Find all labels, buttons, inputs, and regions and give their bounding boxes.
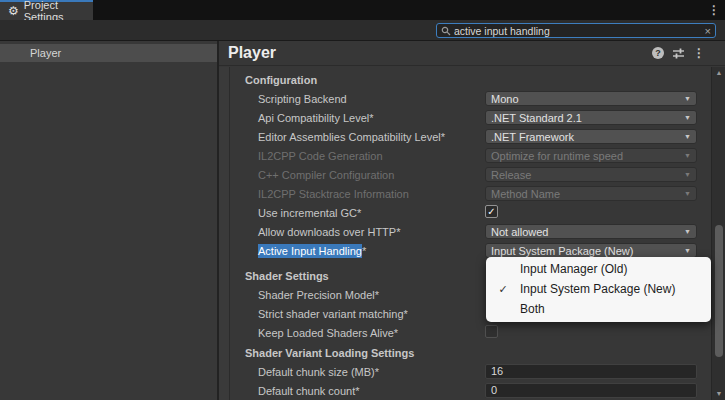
tab-project-settings[interactable]: ⚙ Project Settings [0,0,93,20]
text-field[interactable]: 0 [485,383,697,398]
row-label: Shader Variant Loading Settings [245,347,414,359]
settings-section-header: Shader Variant Loading Settings [219,344,711,362]
menu-item-label: Input System Package (New) [520,282,711,296]
panel-kebab-menu-icon[interactable]: ⋮ [693,47,705,59]
window-body: Player Player ? ⋮ Configurati [0,41,725,400]
settings-section-header: Configuration [219,71,711,89]
dropdown-value: .NET Framework [491,131,684,143]
settings-row: Default chunk count*0 [219,381,711,400]
checkbox[interactable]: ✓ [485,205,498,218]
menu-item-label: Both [520,302,711,316]
chevron-down-icon: ▼ [684,247,691,254]
dropdown-value: .NET Standard 2.1 [491,112,684,124]
row-control: 0 [485,383,697,398]
row-label: Use incremental GC* [258,207,361,219]
check-icon: ✓ [486,283,520,296]
sidebar-item-player[interactable]: Player [0,44,217,62]
dropdown-menu-item[interactable]: Input Manager (Old) [486,259,711,279]
row-label: Active Input Handling* [258,245,366,257]
dropdown-field[interactable]: .NET Framework▼ [485,129,697,144]
dropdown-value: Not allowed [491,226,684,238]
row-control: .NET Standard 2.1▼ [485,110,697,125]
dropdown-field: Optimize for runtime speed▼ [485,148,697,163]
chevron-down-icon: ▼ [684,95,691,102]
row-control: Release▼ [485,167,697,182]
row-control [485,325,697,340]
page-title: Player [228,44,652,62]
row-label: Allow downloads over HTTP* [258,226,400,238]
settings-row: Scripting BackendMono▼ [219,89,711,108]
row-label: Configuration [245,74,317,86]
settings-row: C++ Compiler ConfigurationRelease▼ [219,165,711,184]
tab-strip: ⚙ Project Settings ⋮ [0,0,725,20]
dropdown-field[interactable]: Mono▼ [485,91,697,106]
project-settings-window: ⚙ Project Settings ⋮ × Player Player [0,0,725,400]
header-icons: ? ⋮ [652,47,705,60]
row-control: Optimize for runtime speed▼ [485,148,697,163]
clear-search-icon[interactable]: × [705,26,711,36]
dropdown-menu-item[interactable]: ✓Input System Package (New) [486,279,711,299]
settings-row: Use incremental GC*✓ [219,203,711,222]
row-label: Default chunk count* [258,385,360,397]
dropdown-field: Release▼ [485,167,697,182]
settings-row: Default chunk size (MB)*16 [219,362,711,381]
chevron-down-icon: ▼ [684,228,691,235]
dropdown-value: Release [491,169,684,181]
search-box[interactable]: × [436,23,716,38]
row-label: IL2CPP Stacktrace Information [258,188,409,200]
row-label: Keep Loaded Shaders Alive* [258,327,398,339]
chevron-down-icon: ▼ [684,133,691,140]
chevron-down-icon: ▼ [684,152,691,159]
search-icon [441,26,451,36]
sidebar-item-label: Player [30,47,61,59]
player-settings-panel: Player ? ⋮ ConfigurationScripting Backen… [219,41,725,400]
row-label: Shader Settings [245,270,329,282]
chevron-down-icon: ▼ [684,171,691,178]
dropdown-field[interactable]: Not allowed▼ [485,224,697,239]
settings-row: Api Compatibility Level*.NET Standard 2.… [219,108,711,127]
search-match-highlight: Active Input Handling [258,244,362,258]
chevron-down-icon: ▼ [684,190,691,197]
scrollbar-thumb[interactable] [715,225,723,357]
settings-sidebar: Player [0,41,219,400]
preset-icon[interactable] [672,47,685,60]
text-field[interactable]: 16 [485,364,697,379]
tabstrip-kebab-menu-icon[interactable]: ⋮ [707,3,721,17]
row-control: Not allowed▼ [485,224,697,239]
row-label: Editor Assemblies Compatibility Level* [258,131,445,143]
dropdown-value: Method Name [491,188,684,200]
settings-row: IL2CPP Code GenerationOptimize for runti… [219,146,711,165]
row-label: Shader Precision Model* [258,289,379,301]
settings-row: Allow downloads over HTTP*Not allowed▼ [219,222,711,241]
settings-rows: ConfigurationScripting BackendMono▼Api C… [219,67,711,400]
row-label: Default chunk size (MB)* [258,366,379,378]
panel-header: Player ? ⋮ [219,41,725,66]
row-control: Mono▼ [485,91,697,106]
dropdown-field[interactable]: Input System Package (New)▼ [485,243,697,258]
row-control: 16 [485,364,697,379]
row-label: C++ Compiler Configuration [258,169,394,181]
row-control: Input System Package (New)▼ [485,243,697,258]
dropdown-field[interactable]: .NET Standard 2.1▼ [485,110,697,125]
dropdown-field: Method Name▼ [485,186,697,201]
settings-row: IL2CPP Stacktrace InformationMethod Name… [219,184,711,203]
help-icon[interactable]: ? [652,47,664,59]
chevron-down-icon: ▼ [684,114,691,121]
row-label: Api Compatibility Level* [258,112,374,124]
dropdown-menu-item[interactable]: Both [486,299,711,319]
dropdown-value: Mono [491,93,684,105]
scroll-down-icon[interactable]: ▼ [712,388,725,400]
gear-icon: ⚙ [8,5,19,17]
scroll-up-icon[interactable]: ▲ [712,67,725,79]
settings-row: Keep Loaded Shaders Alive* [219,323,711,342]
settings-row: Editor Assemblies Compatibility Level*.N… [219,127,711,146]
search-input[interactable] [454,25,702,37]
menu-item-label: Input Manager (Old) [520,262,711,276]
checkbox[interactable] [485,325,498,338]
row-label: Strict shader variant matching* [258,308,408,320]
row-label: Scripting Backend [258,93,347,105]
row-control: Method Name▼ [485,186,697,201]
dropdown-value: Input System Package (New) [491,245,684,257]
row-control: ✓ [485,205,697,220]
vertical-scrollbar[interactable]: ▲ ▼ [711,67,725,400]
